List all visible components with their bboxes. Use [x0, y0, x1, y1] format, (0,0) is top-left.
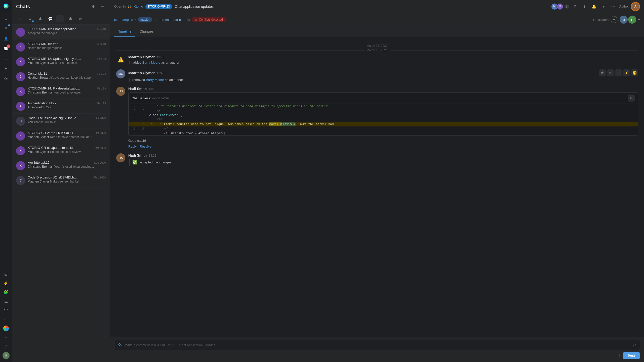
chat-name: KTORIO-MR-14: Fix deserializatio... — [28, 86, 80, 90]
breadcrumb-sep: / — [135, 18, 136, 22]
emoji-picker-btn[interactable]: ☺ — [633, 343, 637, 347]
chat-date: Feb 19 — [97, 87, 106, 90]
comment-info-btn[interactable]: ℹ — [619, 354, 620, 358]
timeline-entry: HS Hadi Smith 13:22 ✅ accepted the chang… — [116, 153, 638, 166]
chat-item[interactable]: K KTORIO-CR-2: mb-i-KTORIO-1 Oct 2020 Ma… — [12, 128, 110, 143]
home-nav-icon[interactable]: ⌂ — [2, 14, 11, 23]
chat-item[interactable]: K KTORIO-MR-13: Chat application ... Mar… — [12, 25, 110, 39]
search-btn[interactable] — [572, 3, 579, 10]
chat-name: Authentication.kt:22 — [28, 101, 56, 105]
resolve-btn[interactable]: Resolve — [140, 145, 151, 148]
emoji-action-btn[interactable]: 😊 — [631, 69, 638, 76]
team-count: 3 — [565, 5, 569, 9]
chat-item[interactable]: A Authentication.kt:22 Feb 13 Arjan Wart… — [12, 99, 110, 114]
date-separator: March 18, 2021 — [116, 44, 638, 48]
chat-item[interactable]: C Content.kt:11 Feb 23 Heather Stewart I… — [12, 69, 110, 84]
tab-hash[interactable]: # — [26, 15, 34, 22]
main-header-actions: ··· M H 3 ℹ 🔔 ▾ ✏ Author A — [541, 2, 640, 11]
tab-changes[interactable]: Changes — [135, 26, 157, 37]
chat-item[interactable]: K KTORIO-MR-15: tmp Mar 18 closed the me… — [12, 39, 110, 54]
chat-name: KTORIO-MR-13: Chat application ... — [28, 27, 80, 31]
copy-branch-btn[interactable]: ⧉ — [187, 18, 190, 22]
puzzle-nav-icon[interactable]: 🧩 — [2, 288, 11, 297]
check-icon: ✅ — [132, 160, 137, 165]
lightning-nav-icon[interactable]: ⚡ — [2, 279, 11, 288]
avatar: K — [16, 161, 25, 170]
add-nav-icon[interactable]: + — [2, 333, 11, 342]
reply-btn[interactable]: Reply — [128, 145, 137, 148]
date-separator-2: March 18, 2021 — [116, 49, 638, 52]
chat-preview: Maarten Clymer Need to have another look… — [28, 135, 106, 139]
chat-item[interactable]: C Code Discussion #20cigF2Doe9c Oct 2020… — [12, 114, 110, 128]
chat-item[interactable]: C Code Discussion #2nsD874Dbh... Feb 202… — [12, 173, 110, 188]
user-profile-icon[interactable]: U — [2, 351, 11, 360]
code-block: ChatServer.kt /app/chat/src/ ⧉ 11 11 * I… — [128, 92, 638, 136]
base-branch-pill[interactable]: master — [138, 17, 152, 22]
main-title: Chat application updates — [175, 5, 539, 9]
entry-time: 13:22 — [149, 87, 156, 91]
attach-btn[interactable]: 📎 — [117, 343, 123, 347]
chat-name: ktor-http.api:16 — [28, 161, 50, 164]
chat-item[interactable]: K ktor-http.api:16 Sep 2020 Christiana B… — [12, 158, 110, 173]
tab-clock[interactable]: ⟳ — [76, 15, 85, 22]
help-nav-icon[interactable]: ? — [2, 342, 11, 351]
reviewers-dropdown-btn[interactable]: ▾ — [638, 18, 640, 22]
branch-bar: ktor-samples / master ← mb-chat-add-time… — [110, 13, 644, 26]
tab-timeline[interactable]: Timeline — [114, 26, 135, 37]
conflicts-badge: ⚠ Conflicts detected — [192, 17, 226, 22]
info-btn[interactable]: ℹ — [581, 3, 588, 10]
notifications-btn[interactable]: 🔔 — [591, 3, 598, 10]
dropdown-btn[interactable]: ▾ — [600, 3, 607, 10]
sidebar-compose-btn[interactable]: ✏ — [99, 3, 106, 10]
chat-list: K KTORIO-MR-13: Chat application ... Mar… — [12, 25, 110, 362]
tab-home[interactable]: ⌂ — [16, 15, 24, 22]
shield-nav-icon[interactable]: 🛡 — [2, 306, 11, 315]
entry-time: 12:48 — [157, 56, 164, 59]
reaction-action-btn[interactable]: ⚡ — [623, 69, 630, 76]
chat-nav-icon[interactable]: 💬 1 — [2, 44, 11, 53]
more-options-btn[interactable]: ··· — [541, 3, 548, 10]
user-link[interactable]: Barry Moore — [142, 61, 160, 64]
open-in-btn[interactable]: Open in Ktor.io — [114, 5, 143, 9]
chat-item[interactable]: K KTORIO-MR-12: Update nightly bu... Feb… — [12, 54, 110, 69]
delete-action-btn[interactable]: 🗑 — [599, 69, 606, 76]
asterisk-nav-icon[interactable]: ✱ — [2, 64, 11, 73]
more-nav-icon[interactable]: ··· — [2, 315, 11, 324]
person-nav-icon[interactable]: 👤 — [2, 34, 11, 43]
comment-input-area: 📎 ☺ ℹ Post — [110, 337, 644, 362]
copy-code-btn[interactable]: ⧉ — [628, 95, 635, 102]
sidebar-tabs: ⌂ # 💬 ✱ ⟳ — [12, 13, 110, 25]
chat-item[interactable]: K KTORIO-CR-8: Update to builds Oct 2020… — [12, 143, 110, 158]
clock-nav-icon[interactable]: ⟳ — [2, 74, 11, 83]
code-line: 17 17 val usersCounter = AtomicInteger() — [129, 131, 638, 135]
user-link[interactable]: Barry Moore — [146, 78, 164, 82]
tab-asterisk[interactable]: ✱ — [66, 15, 74, 22]
code-line: 13 13 class ChatServer { — [129, 113, 638, 117]
sidebar-settings-btn[interactable]: ⚙ — [90, 3, 97, 10]
post-btn[interactable]: Post — [623, 352, 640, 359]
tab-download[interactable] — [56, 15, 64, 22]
grid-nav-icon[interactable]: ⊞ — [2, 269, 11, 279]
chat-preview: Maarten Clymer Makes sense, thanks! — [28, 180, 106, 183]
comment-actions: Reply Resolve — [128, 145, 638, 148]
list-nav-icon[interactable]: ☰ — [2, 297, 11, 306]
author-avatar[interactable]: A — [631, 2, 640, 11]
edit-btn[interactable]: ✏ — [610, 3, 617, 10]
download-nav-icon[interactable]: ↓ — [2, 54, 11, 63]
comment-input[interactable] — [125, 343, 630, 347]
chat-name: KTORIO-MR-12: Update nightly bu... — [28, 57, 81, 61]
add-reviewer-btn[interactable]: + — [611, 16, 618, 23]
tab-chat[interactable]: 💬 — [46, 15, 54, 22]
chat-item[interactable]: K KTORIO-MR-14: Fix deserializatio... Fe… — [12, 84, 110, 99]
mr-badge[interactable]: KTORIO-MR-13 — [145, 4, 172, 9]
chat-date: Mar 18 — [97, 42, 106, 46]
hash-nav-icon[interactable]: # — [2, 24, 11, 33]
avatar: K — [16, 28, 25, 37]
tab-person[interactable] — [36, 15, 44, 22]
more-action-btn[interactable]: ··· — [615, 69, 622, 76]
edit-action-btn[interactable]: ✏ — [607, 69, 614, 76]
svg-point-11 — [574, 5, 576, 7]
repo-link[interactable]: ktor-samples — [114, 18, 133, 22]
svg-line-12 — [576, 7, 577, 8]
code-filepath: /app/chat/src/ — [152, 97, 170, 100]
